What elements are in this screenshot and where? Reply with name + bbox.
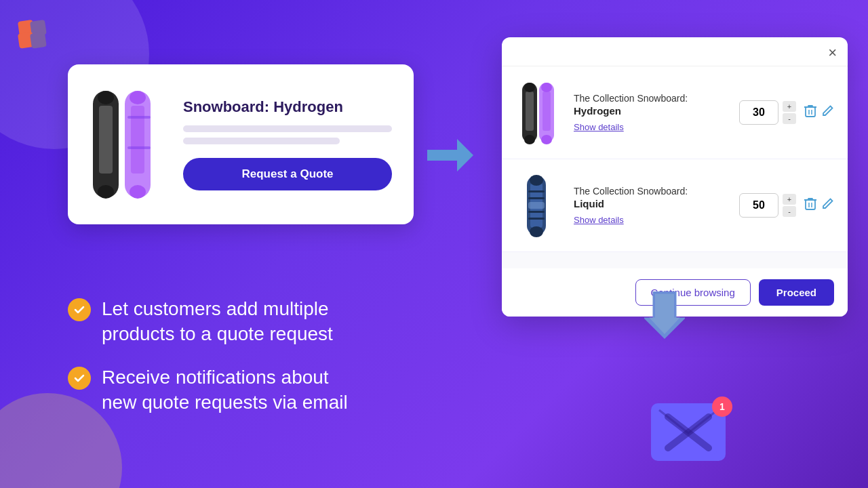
email-notification: 1 (651, 403, 726, 461)
edit-item-2-icon[interactable] (822, 197, 834, 214)
product-image (90, 83, 164, 205)
cart-header: × (502, 37, 848, 66)
feature-check-2 (68, 367, 91, 390)
svg-rect-30 (528, 197, 545, 199)
cart-item-collection-2: The Collection Snowboard: (574, 186, 728, 197)
show-details-link-2[interactable]: Show details (574, 215, 624, 225)
cart-qty-area-1: + - (739, 100, 834, 125)
feature-item-1: Let customers add multipleproducts to a … (68, 297, 348, 346)
svg-rect-11 (127, 146, 151, 149)
show-details-link-1[interactable]: Show details (574, 122, 624, 132)
cart-qty-area-2: + - (739, 193, 834, 218)
delete-item-2-icon[interactable] (804, 197, 816, 214)
product-card: Snowboard: Hydrogen Request a Quote (68, 64, 414, 224)
svg-rect-16 (526, 92, 534, 131)
cart-item-2: The Collection Snowboard: Liquid Show de… (502, 159, 848, 252)
svg-point-33 (530, 175, 543, 186)
feature-text-2: Receive notifications aboutnew quote req… (102, 365, 348, 415)
product-title: Snowboard: Hydrogen (183, 98, 392, 116)
cart-item: The Collection Snowboard: Hydrogen Show … (502, 66, 848, 159)
svg-point-7 (98, 185, 114, 199)
qty-minus-1[interactable]: - (783, 113, 796, 124)
feature-check-1 (68, 298, 91, 321)
close-button[interactable]: × (828, 45, 837, 60)
description-line-1 (183, 125, 392, 132)
cart-item-details-liquid: The Collection Snowboard: Liquid Show de… (574, 186, 728, 226)
product-description-lines (183, 125, 392, 144)
cart-item-variant-2: Liquid (574, 198, 728, 209)
feature-text-1: Let customers add multipleproducts to a … (102, 297, 333, 346)
qty-plus-1[interactable]: + (783, 101, 796, 112)
notification-badge: 1 (712, 396, 732, 417)
svg-rect-5 (99, 106, 113, 174)
svg-point-17 (524, 83, 535, 92)
qty-input-1[interactable] (739, 100, 778, 125)
qty-buttons-2: + - (783, 194, 796, 217)
svg-rect-32 (528, 218, 545, 220)
svg-rect-20 (542, 92, 551, 131)
svg-point-13 (130, 185, 146, 199)
svg-rect-3 (30, 32, 47, 49)
svg-rect-23 (806, 107, 815, 117)
cart-panel: × The Collection Snowboard: Hydrogen Sho… (502, 37, 848, 317)
delete-item-1-icon[interactable] (804, 104, 816, 121)
cart-item-collection-1: The Collection Snowboard: (574, 93, 728, 104)
features-list: Let customers add multipleproducts to a … (68, 297, 348, 434)
arrow-right-icon (427, 139, 473, 179)
action-icons-1 (804, 104, 834, 121)
cart-item-image-hydrogen (515, 79, 563, 146)
svg-point-22 (541, 135, 552, 144)
qty-input-2[interactable] (739, 193, 778, 218)
qty-minus-2[interactable]: - (783, 206, 796, 217)
qty-buttons-1: + - (783, 101, 796, 124)
svg-rect-36 (806, 200, 815, 209)
envelope-wrapper: 1 (651, 403, 726, 461)
edit-item-1-icon[interactable] (822, 104, 834, 121)
action-icons-2 (804, 197, 834, 214)
svg-rect-31 (528, 211, 545, 213)
svg-point-34 (530, 226, 543, 237)
proceed-button[interactable]: Proceed (759, 279, 834, 306)
logo (15, 15, 56, 56)
cart-item-details-hydrogen: The Collection Snowboard: Hydrogen Show … (574, 93, 728, 133)
request-quote-button[interactable]: Request a Quote (183, 158, 392, 190)
cart-item-variant-1: Hydrogen (574, 105, 728, 117)
svg-rect-10 (127, 116, 151, 119)
description-line-2 (183, 138, 340, 144)
product-info: Snowboard: Hydrogen Request a Quote (183, 98, 392, 190)
qty-plus-2[interactable]: + (783, 194, 796, 205)
arrow-down-icon (644, 291, 685, 339)
svg-point-21 (541, 83, 552, 92)
svg-point-18 (524, 135, 535, 144)
svg-rect-29 (528, 190, 545, 192)
cart-spacer (502, 252, 848, 268)
svg-point-6 (98, 91, 114, 104)
cart-item-image-liquid (515, 171, 563, 239)
svg-marker-14 (427, 139, 473, 171)
svg-rect-35 (528, 202, 545, 209)
svg-point-12 (130, 91, 146, 104)
feature-item-2: Receive notifications aboutnew quote req… (68, 365, 348, 415)
